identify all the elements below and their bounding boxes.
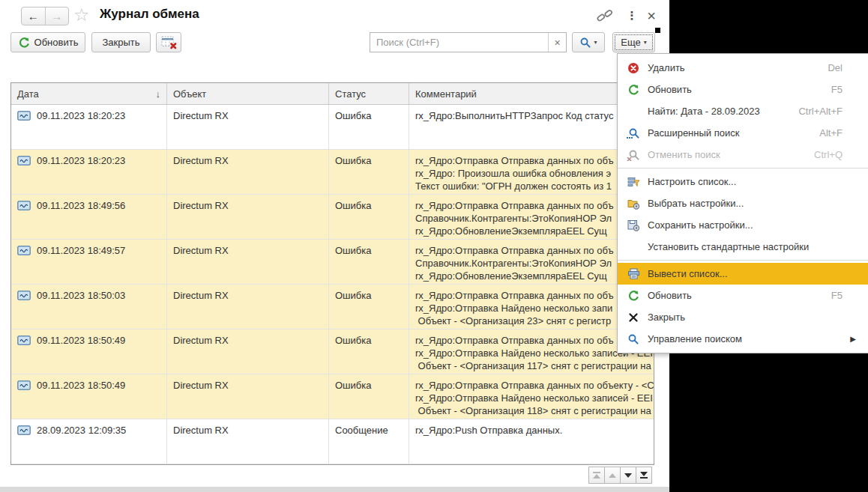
window-close-icon[interactable]: × [643, 8, 660, 23]
scroll-next-button[interactable] [620, 467, 636, 484]
table-row[interactable]: 09.11.2023 18:50:03Directum RXОшибкаrx_Я… [11, 285, 654, 329]
event-icon [17, 246, 31, 255]
menu-item[interactable]: ОбновитьF5 [618, 285, 868, 306]
no-icon [627, 241, 640, 253]
menu-item[interactable]: Расширенный поискAlt+F [618, 122, 868, 144]
menu-item[interactable]: Сохранить настройки... [618, 214, 868, 236]
date-value: 09.11.2023 18:50:49 [37, 379, 125, 392]
search-box: × [370, 32, 567, 52]
date-value: 09.11.2023 18:20:23 [37, 154, 125, 167]
menu-item-label: Настроить список... [648, 176, 858, 187]
advanced-search-icon [627, 127, 640, 139]
cell-comment: rx_Ядро:Отправка Отправка данных по объе… [409, 374, 654, 419]
search-button[interactable]: ▾ [572, 32, 605, 52]
close-button-label: Закрыть [102, 37, 139, 48]
column-header-date-label: Дата [17, 88, 39, 100]
cell-object: Directum RX [167, 150, 329, 194]
event-icon [17, 201, 31, 210]
close-button[interactable]: Закрыть [91, 32, 151, 52]
column-header-comment-label: Комментарий [415, 88, 477, 100]
cell-object: Directum RX [167, 374, 329, 419]
menu-item-label: Установить стандартные настройки [648, 241, 858, 252]
table-row[interactable]: 09.11.2023 18:50:49Directum RXОшибкаrx_Я… [11, 329, 654, 374]
print-list-icon [627, 268, 640, 280]
date-value: 09.11.2023 18:20:23 [37, 109, 125, 122]
clear-list-button[interactable] [156, 32, 181, 52]
menu-item-label: Отменить поиск [648, 149, 805, 160]
cell-status: Ошибка [329, 374, 409, 419]
exchange-log-table: Дата ↓ Объект Статус Комментарий 09.11.2… [10, 82, 654, 465]
event-icon [17, 291, 31, 300]
event-icon [17, 156, 31, 165]
more-options-dots-icon[interactable]: ⋮ [624, 8, 640, 23]
scroll-last-button[interactable] [636, 467, 652, 484]
refresh-button[interactable]: Обновить [10, 32, 85, 52]
menu-item-shortcut: F5 [831, 290, 858, 301]
more-button[interactable]: Еще ▾ [612, 32, 655, 52]
search-icon [579, 37, 591, 49]
menu-item-label: Обновить [648, 84, 822, 95]
event-icon [17, 111, 31, 121]
favorite-star-icon[interactable]: ☆ [73, 4, 90, 25]
forward-button[interactable]: → [45, 7, 69, 25]
column-header-date[interactable]: Дата ↓ [11, 83, 167, 104]
table-row[interactable]: 09.11.2023 18:20:23Directum RXОшибкаrx_Я… [11, 105, 654, 150]
table-header-row: Дата ↓ Объект Статус Комментарий [11, 83, 654, 105]
menu-item[interactable]: Вывести список... [618, 263, 868, 285]
app-window: ← → ☆ Журнал обмена ⋮ × Обновить Закрыть… [0, 0, 669, 487]
save-settings-icon [627, 219, 640, 231]
column-header-status[interactable]: Статус [329, 83, 409, 104]
search-clear-icon[interactable]: × [548, 33, 566, 52]
cell-date: 09.11.2023 18:50:03 [11, 285, 167, 329]
menu-item[interactable]: Закрыть [618, 306, 868, 328]
cell-status: Ошибка [329, 240, 409, 284]
search-input[interactable] [370, 33, 548, 52]
cell-object: Directum RX [167, 240, 329, 284]
table-row[interactable]: 09.11.2023 18:49:57Directum RXОшибкаrx_Я… [11, 240, 654, 285]
menu-separator [618, 260, 868, 261]
menu-item[interactable]: Найти: Дата - 28.09.2023Ctrl+Alt+F [618, 100, 868, 122]
menu-item-shortcut: Del [828, 62, 858, 73]
configure-list-icon [627, 176, 640, 188]
menu-item-label: Найти: Дата - 28.09.2023 [648, 106, 789, 117]
more-dropdown-menu: УдалитьDelОбновитьF5Найти: Дата - 28.09.… [617, 53, 868, 353]
cell-object: Directum RX [167, 105, 329, 149]
cell-status: Ошибка [329, 150, 409, 194]
table-body: 09.11.2023 18:20:23Directum RXОшибкаrx_Я… [11, 105, 654, 464]
menu-item[interactable]: Настроить список... [618, 171, 868, 192]
link-icon[interactable] [597, 8, 613, 23]
cell-status: Ошибка [329, 195, 409, 239]
table-row[interactable]: 09.11.2023 18:49:56Directum RXОшибкаrx_Я… [11, 195, 654, 240]
menu-item[interactable]: Выбрать настройки... [618, 192, 868, 214]
cell-status: Сообщение [329, 419, 409, 464]
table-row[interactable]: 09.11.2023 18:50:49Directum RXОшибкаrx_Я… [11, 374, 654, 419]
menu-item[interactable]: УдалитьDel [618, 57, 868, 79]
menu-item[interactable]: Установить стандартные настройки [618, 236, 868, 258]
column-header-object[interactable]: Объект [167, 83, 329, 104]
menu-item-label: Сохранить настройки... [648, 219, 858, 231]
menu-item-label: Закрыть [648, 312, 858, 323]
close-x-icon [627, 312, 640, 324]
table-row[interactable]: 09.11.2023 18:20:23Directum RXОшибкаrx_Я… [11, 150, 654, 195]
triangle-up-icon [593, 474, 600, 479]
menu-item[interactable]: ОбновитьF5 [618, 79, 868, 100]
table-scroll-buttons [589, 467, 652, 484]
column-header-object-label: Объект [173, 88, 206, 100]
back-button[interactable]: ← [22, 7, 45, 25]
scroll-first-button [588, 467, 605, 484]
event-icon [17, 335, 31, 345]
date-value: 09.11.2023 18:50:03 [37, 289, 125, 302]
cell-date: 09.11.2023 18:50:49 [11, 329, 167, 374]
search-caret-icon: ▾ [594, 39, 597, 46]
menu-item[interactable]: Управление поиском▶ [618, 328, 868, 350]
menu-item-label: Выбрать настройки... [648, 198, 858, 209]
refresh-button-label: Обновить [34, 37, 79, 48]
choose-settings-icon [627, 198, 640, 210]
cell-object: Directum RX [167, 195, 329, 239]
cell-object: Directum RX [167, 285, 329, 329]
refresh-icon [627, 84, 640, 96]
window-bottom-edge [0, 487, 669, 492]
table-row[interactable]: 28.09.2023 12:09:35Directum RXСообщениеr… [11, 419, 654, 464]
menu-separator [618, 168, 868, 168]
event-icon [17, 425, 31, 435]
